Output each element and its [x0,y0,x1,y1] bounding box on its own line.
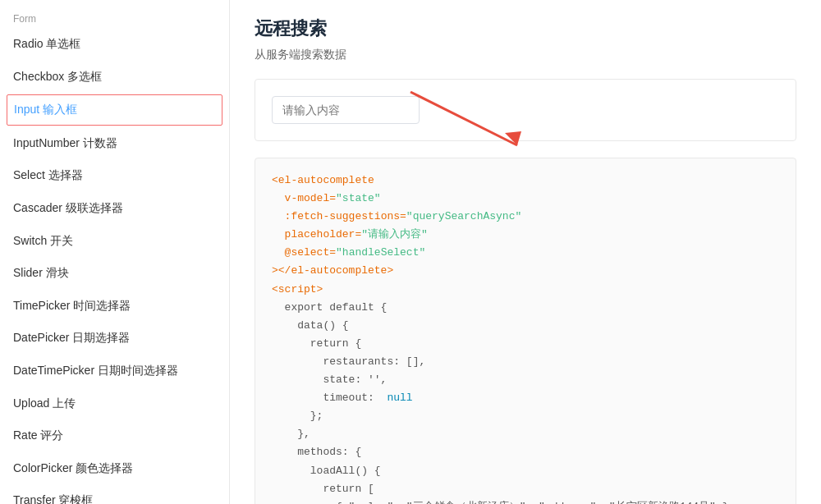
sidebar: Form Radio 单选框Checkbox 多选框Input 输入框Input… [0,0,230,504]
sidebar-item-cascader[interactable]: Cascader 级联选择器 [0,192,229,225]
sidebar-item-input[interactable]: Input 输入框 [7,94,222,126]
sidebar-item-upload[interactable]: Upload 上传 [0,387,229,420]
sidebar-item-timepicker[interactable]: TimePicker 时间选择器 [0,290,229,323]
sidebar-item-rate[interactable]: Rate 评分 [0,419,229,452]
sidebar-item-datepicker[interactable]: DatePicker 日期选择器 [0,322,229,355]
sidebar-item-radio[interactable]: Radio 单选框 [0,28,229,61]
sidebar-item-datetimepicker[interactable]: DateTimePicker 日期时间选择器 [0,355,229,387]
main-content: 远程搜索 从服务端搜索数据 <el-autocomplete v-model="… [230,0,821,504]
sidebar-item-inputnumber[interactable]: InputNumber 计数器 [0,127,229,160]
code-line-1: <el-autocomplete [272,174,374,186]
sidebar-item-select[interactable]: Select 选择器 [0,159,229,192]
sidebar-item-switch[interactable]: Switch 开关 [0,225,229,258]
page-description: 从服务端搜索数据 [255,48,796,62]
svg-line-0 [410,92,517,145]
sidebar-section-title: Form [0,7,229,28]
red-arrow [386,84,550,158]
sidebar-item-checkbox[interactable]: Checkbox 多选框 [0,61,229,94]
sidebar-item-transfer[interactable]: Transfer 穿梭框 [0,484,229,504]
sidebar-item-colorpicker[interactable]: ColorPicker 颜色选择器 [0,452,229,485]
page-title: 远程搜索 [255,16,796,41]
sidebar-item-slider[interactable]: Slider 滑块 [0,257,229,290]
code-block: <el-autocomplete v-model="state" :fetch-… [255,158,796,504]
